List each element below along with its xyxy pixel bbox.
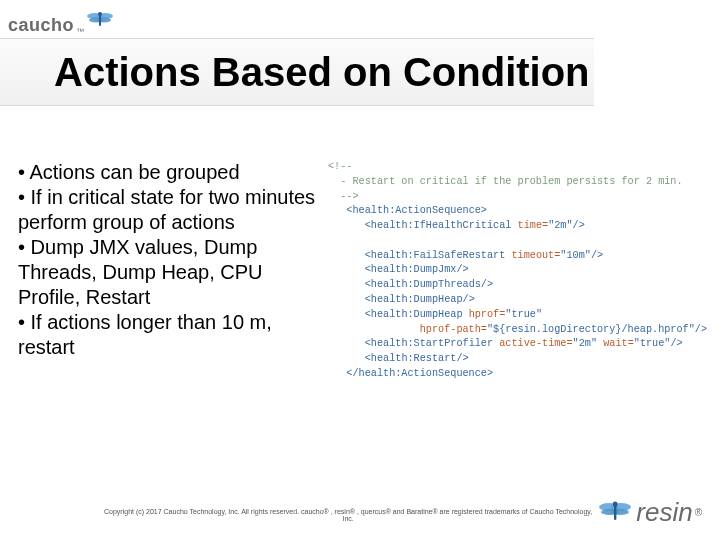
- xml-code-block: <!-- - Restart on critical if the proble…: [328, 160, 707, 382]
- caucho-logo: caucho ™: [8, 10, 114, 36]
- bullet-list: • Actions can be grouped • If in critica…: [18, 160, 318, 382]
- bullet-item: • Actions can be grouped: [18, 160, 318, 185]
- svg-point-5: [98, 12, 102, 16]
- dragonfly-icon: [86, 10, 114, 28]
- slide-title: Actions Based on Condition: [54, 50, 590, 95]
- resin-wordmark: resin: [636, 497, 692, 528]
- dragonfly-icon: [598, 499, 632, 527]
- footer: Copyright (c) 2017 Caucho Technology, In…: [0, 497, 720, 528]
- caucho-wordmark: caucho: [8, 15, 74, 36]
- slide-content: • Actions can be grouped • If in critica…: [18, 160, 702, 382]
- bullet-item: • If actions longer than 10 m, restart: [18, 310, 318, 360]
- bullet-item: • Dump JMX values, Dump Threads, Dump He…: [18, 235, 318, 310]
- bullet-item: • If in critical state for two minutes p…: [18, 185, 318, 235]
- trademark-symbol: ™: [76, 27, 84, 36]
- resin-logo: resin ®: [598, 497, 702, 528]
- registered-symbol: ®: [695, 507, 702, 518]
- copyright-text: Copyright (c) 2017 Caucho Technology, In…: [98, 508, 598, 528]
- svg-point-11: [613, 501, 618, 506]
- title-bar: Actions Based on Condition: [0, 38, 594, 106]
- svg-point-9: [611, 509, 629, 515]
